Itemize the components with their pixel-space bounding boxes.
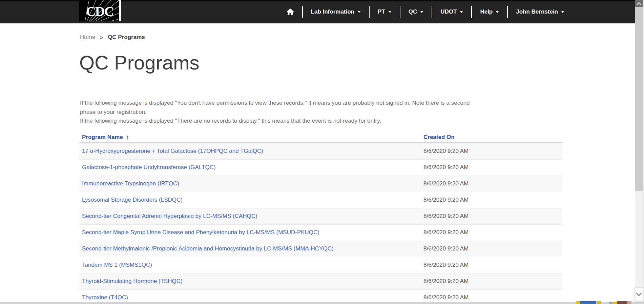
- created-on-value: 8/6/2020 9:20 AM: [421, 278, 562, 285]
- nav-item-pt[interactable]: PT: [370, 8, 400, 15]
- chevron-down-icon: [460, 11, 463, 13]
- table-body: 17 α-Hydroxyprogesterone + Total Galacto…: [79, 143, 562, 304]
- taskbar-peek-fragment: [613, 302, 617, 304]
- scrollbar-thumb[interactable]: [635, 7, 643, 191]
- nav-item-udot[interactable]: UDOT: [432, 8, 471, 15]
- column-header-program-name[interactable]: Program Name ↑: [79, 133, 421, 141]
- created-on-value: 8/6/2020 9:20 AM: [421, 180, 562, 187]
- taskbar-peek-fragment: [576, 301, 580, 304]
- nav-item-lab-information[interactable]: Lab Information: [303, 8, 369, 15]
- nav-item-label: QC: [409, 8, 417, 15]
- nav-item-qc[interactable]: QC: [400, 8, 432, 15]
- created-on-value: 8/6/2020 9:20 AM: [421, 294, 562, 301]
- column-header-created-on[interactable]: Created On: [421, 134, 562, 141]
- chevron-down-icon: [496, 11, 499, 13]
- table-row: Tandem MS 1 (MSMS1QC) 8/6/2020 9:20 AM: [79, 257, 562, 273]
- nav-item-label: PT: [378, 8, 385, 15]
- program-link[interactable]: Lysosomal Storage Disorders (LSDQC): [79, 197, 421, 203]
- chevron-down-icon: [636, 292, 642, 296]
- program-link[interactable]: Tandem MS 1 (MSMS1QC): [79, 262, 421, 268]
- taskbar-peek-fragment: [617, 301, 627, 304]
- scroll-up-button[interactable]: [635, 0, 643, 7]
- vertical-scrollbar[interactable]: [635, 0, 643, 304]
- nav-menu: Lab Information PT QC UDOT Help John Ber…: [287, 0, 565, 23]
- chevron-down-icon: [420, 11, 423, 13]
- nav-item-user-menu[interactable]: John Bernstein: [508, 8, 565, 15]
- breadcrumb-current: QC Programs: [108, 34, 145, 41]
- program-link[interactable]: Immunoreactive Trypsinogen (IRTQC): [79, 180, 421, 187]
- nav-item-label: UDOT: [440, 8, 457, 15]
- table-row: 17 α-Hydroxyprogesterone + Total Galacto…: [79, 143, 562, 160]
- created-on-value: 8/6/2020 9:20 AM: [421, 245, 562, 252]
- user-name-label: John Bernstein: [516, 8, 558, 15]
- taskbar-peek-fragment: [609, 302, 612, 304]
- bottom-edge-strip: [0, 302, 644, 304]
- scroll-down-button[interactable]: [634, 287, 644, 301]
- created-on-value: 8/6/2020 9:20 AM: [421, 164, 562, 171]
- program-link[interactable]: Thyroid-Stimulating Hormone (TSHQC): [79, 278, 421, 285]
- program-link[interactable]: Thyroxine (T4QC): [79, 294, 421, 301]
- table-row: Second-tier Methylmalonic /Propionic Aci…: [79, 241, 562, 257]
- nav-item-label: Lab Information: [311, 8, 354, 15]
- program-link[interactable]: 17 α-Hydroxyprogesterone + Total Galacto…: [79, 148, 421, 155]
- program-link[interactable]: Second-tier Congenital Adrenal Hyperplas…: [79, 213, 421, 220]
- breadcrumb-separator: >: [100, 35, 103, 40]
- nav-item-help[interactable]: Help: [472, 8, 507, 15]
- chevron-up-icon: [637, 2, 641, 5]
- taskbar-peek-fragment: [627, 301, 631, 304]
- cdc-logo[interactable]: CDC: [79, 0, 121, 21]
- table-header-row: Program Name ↑ Created On: [79, 133, 562, 143]
- nav-item-label: Help: [480, 8, 493, 15]
- taskbar-peek-fragment: [597, 301, 601, 304]
- intro-line-2: If the following message is displayed "T…: [80, 117, 481, 126]
- created-on-value: 8/6/2020 9:20 AM: [421, 229, 562, 236]
- title-divider: [79, 87, 562, 87]
- home-icon: [287, 8, 294, 15]
- table-row: Galactose-1-phosphate Uridyltransferase …: [79, 160, 562, 176]
- created-on-value: 8/6/2020 9:20 AM: [421, 197, 562, 203]
- table-row: Immunoreactive Trypsinogen (IRTQC) 8/6/2…: [79, 176, 562, 192]
- table-row: Lysosomal Storage Disorders (LSDQC) 8/6/…: [79, 192, 562, 208]
- qc-programs-table: Program Name ↑ Created On 17 α-Hydroxypr…: [79, 133, 562, 304]
- sort-ascending-icon: ↑: [126, 133, 129, 141]
- intro-text: If the following message is displayed "Y…: [80, 99, 481, 126]
- program-link[interactable]: Second-tier Maple Syrup Urine Disease an…: [79, 229, 421, 236]
- table-row: Second-tier Congenital Adrenal Hyperplas…: [79, 208, 562, 225]
- intro-line-1: If the following message is displayed "Y…: [80, 99, 481, 117]
- svg-text:CDC: CDC: [86, 4, 113, 19]
- chevron-down-icon: [388, 11, 392, 13]
- program-link[interactable]: Second-tier Methylmalonic /Propionic Aci…: [79, 245, 421, 252]
- page-title: QC Programs: [79, 53, 644, 73]
- program-link[interactable]: Galactose-1-phosphate Uridyltransferase …: [79, 164, 421, 171]
- table-row: Second-tier Maple Syrup Urine Disease an…: [79, 225, 562, 241]
- chevron-down-icon: [357, 11, 361, 13]
- created-on-value: 8/6/2020 9:20 AM: [421, 262, 562, 268]
- chevron-down-icon: [561, 11, 564, 13]
- breadcrumb: Home > QC Programs: [80, 34, 644, 41]
- window-right-edge: [643, 0, 644, 304]
- created-on-value: 8/6/2020 9:20 AM: [421, 213, 562, 220]
- created-on-value: 8/6/2020 9:20 AM: [421, 148, 562, 155]
- taskbar-peek-fragment: [580, 301, 596, 304]
- top-navbar: CDC Lab Information PT QC UDOT: [0, 0, 644, 23]
- breadcrumb-home-link[interactable]: Home: [80, 34, 95, 41]
- home-button[interactable]: [287, 8, 302, 15]
- table-row: Thyroid-Stimulating Hormone (TSHQC) 8/6/…: [79, 273, 562, 290]
